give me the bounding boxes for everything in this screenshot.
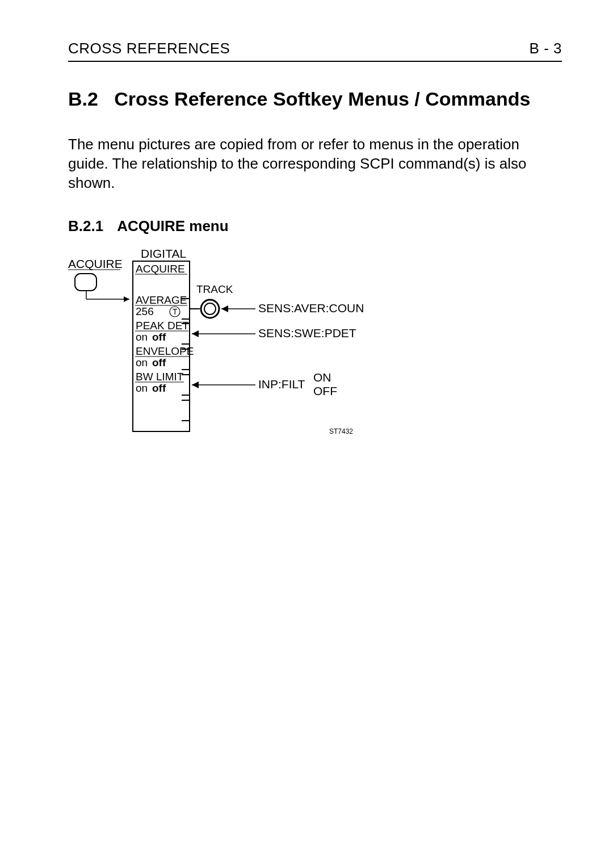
subsection-title: ACQUIRE menu bbox=[117, 217, 228, 234]
track-indicator-letter: T bbox=[173, 307, 178, 316]
softkey-average-label: AVERAGE bbox=[136, 294, 187, 306]
arrow-left-icon bbox=[221, 305, 228, 312]
page-header-right: B - 3 bbox=[530, 40, 562, 57]
track-knob-icon bbox=[201, 300, 219, 318]
softkey-bwlimit-off: off bbox=[152, 382, 166, 394]
header-rule bbox=[68, 61, 562, 62]
softkey-bwlimit-on: on bbox=[136, 382, 148, 394]
cmd-filt-on: ON bbox=[313, 371, 331, 384]
intro-paragraph: The menu pictures are copied from or ref… bbox=[68, 135, 562, 192]
softkey-peakdet-on: on bbox=[136, 331, 148, 343]
cmd-avg: SENS:AVER:COUN bbox=[258, 301, 364, 315]
cmd-filt: INP:FILT bbox=[258, 378, 305, 391]
softkey-bwlimit-label: BW LIMIT bbox=[136, 371, 184, 383]
menu-title: ACQUIRE bbox=[136, 263, 185, 275]
svg-marker-27 bbox=[192, 330, 199, 337]
softkey-envelope-label: ENVELOPE bbox=[136, 345, 194, 357]
softkey-envelope-on: on bbox=[136, 357, 148, 368]
track-label: TRACK bbox=[196, 283, 233, 295]
menu-heading: DIGITAL bbox=[141, 247, 186, 260]
subsection-number: B.2.1 bbox=[68, 217, 103, 234]
cmd-filt-off: OFF bbox=[313, 384, 337, 397]
softkey-average-value: 256 bbox=[136, 305, 154, 317]
softkey-peakdet-label: PEAK DET bbox=[136, 320, 189, 332]
page-header-left: CROSS REFERENCES bbox=[68, 40, 230, 57]
softkey-envelope-off: off bbox=[152, 357, 166, 368]
section-number: B.2 bbox=[68, 88, 98, 110]
cmd-pdet: SENS:SWE:PDET bbox=[258, 326, 356, 339]
hw-button-label: ACQUIRE bbox=[68, 257, 123, 270]
acquire-diagram: ACQUIRE DIGITAL ACQUIRE AVERAGE 256 T bbox=[68, 245, 562, 450]
section-heading: B.2 Cross Reference Softkey Menus / Comm… bbox=[68, 88, 562, 110]
softkey-peakdet-off: off bbox=[152, 331, 166, 343]
svg-point-24 bbox=[204, 303, 216, 315]
diagram-id: ST7432 bbox=[329, 427, 353, 435]
hw-button-icon bbox=[75, 274, 96, 291]
svg-marker-29 bbox=[192, 381, 199, 388]
arrow-right-icon bbox=[124, 296, 129, 302]
section-title: Cross Reference Softkey Menus / Commands bbox=[114, 88, 530, 110]
subsection-heading: B.2.1ACQUIRE menu bbox=[68, 217, 562, 235]
